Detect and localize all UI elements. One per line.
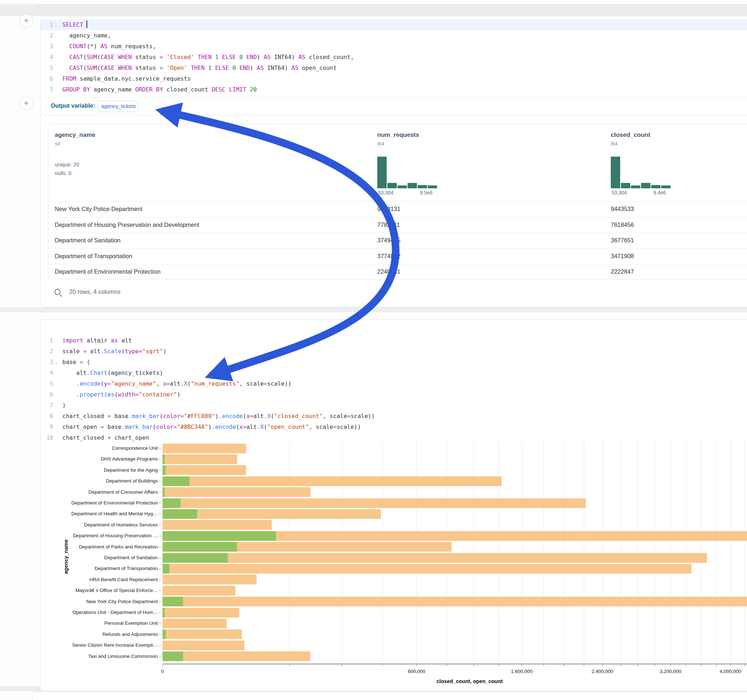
- table-cell: 9453131: [377, 206, 400, 213]
- bar-closed-count[interactable]: [163, 564, 691, 573]
- add-cell-button-top[interactable]: +: [20, 14, 33, 28]
- gridline: [473, 441, 474, 664]
- table-cell: 2240041: [377, 268, 400, 275]
- code-text: chart_open = base.mark_bar(color="#8BC34…: [62, 422, 361, 433]
- bar-closed-count[interactable]: [163, 586, 235, 596]
- code-line[interactable]: 5 .encode(y="agency_name", x=alt.X("num_…: [41, 379, 747, 389]
- bar-open-count[interactable]: [163, 629, 166, 639]
- bar-closed-count[interactable]: [163, 619, 227, 628]
- gridline: [686, 441, 687, 664]
- bar-closed-count[interactable]: [163, 477, 502, 486]
- sql-code-editor[interactable]: 1⌄SELECT 2 agency_name,3 COUNT(*) AS num…: [41, 20, 747, 95]
- histogram-bar: [428, 186, 437, 188]
- code-line[interactable]: 3⌄base = (: [41, 357, 747, 368]
- y-axis-label: Operations Unit - Department of Hom…: [45, 607, 158, 618]
- code-line[interactable]: 4 alt.Chart(agency_tickets): [41, 368, 747, 379]
- y-tick: [159, 481, 161, 481]
- output-variable-bar: Output variable: agency_tickets: [41, 97, 747, 115]
- bar-closed-count[interactable]: [163, 520, 272, 530]
- histogram-bar: [408, 183, 417, 188]
- x-tick: [584, 664, 584, 667]
- line-number: 4: [41, 368, 53, 379]
- next-cell-edge: [32, 691, 747, 700]
- y-axis-label: Department of Parks and Recreation: [45, 542, 158, 552]
- result-table: agency_namestrunique: 20nulls: 0num_requ…: [48, 124, 747, 279]
- bar-open-count[interactable]: [163, 465, 166, 475]
- bar-closed-count[interactable]: [163, 553, 707, 563]
- code-line[interactable]: 6FROM sample_data.nyc.service_requests: [41, 74, 747, 84]
- line-number: 7: [41, 84, 53, 95]
- bar-closed-count[interactable]: [163, 629, 242, 639]
- add-cell-button-output[interactable]: +: [20, 97, 33, 110]
- code-line[interactable]: 8chart_closed = base.mark_bar(color="#FF…: [41, 411, 747, 422]
- code-line[interactable]: 7GROUP BY agency_name ORDER BY closed_co…: [41, 84, 747, 95]
- y-axis-label: Department of Transportation: [45, 563, 158, 574]
- bar-open-count[interactable]: [163, 477, 189, 486]
- bar-open-count[interactable]: [163, 498, 180, 508]
- column-title: closed_count: [611, 131, 650, 139]
- table-row: Department of Transportation377489234719…: [48, 249, 747, 264]
- x-tick: [564, 664, 564, 667]
- bar-closed-count[interactable]: [163, 641, 244, 650]
- bar-closed-count[interactable]: [163, 498, 586, 508]
- code-line[interactable]: 1⌄SELECT: [41, 20, 747, 30]
- bar-open-count[interactable]: [163, 531, 276, 541]
- output-variable-chip[interactable]: agency_tickets: [98, 101, 139, 112]
- code-line[interactable]: 2scale = alt.Scale(type="sqrt"): [41, 346, 747, 357]
- code-line[interactable]: 5 CAST(SUM(CASE WHEN status = 'Open' THE…: [41, 63, 747, 74]
- bar-open-count[interactable]: [163, 509, 197, 519]
- bar-closed-count[interactable]: [163, 454, 237, 464]
- code-text: agency_name,: [62, 30, 111, 41]
- bar-open-count[interactable]: [163, 597, 183, 606]
- column-stat: nulls: 0: [55, 170, 71, 176]
- bar-open-count[interactable]: [163, 553, 228, 563]
- y-axis-label: DHS Advantage Programs: [45, 454, 158, 465]
- code-line[interactable]: 6 .properties(width="container"): [41, 389, 747, 400]
- line-number: 2: [41, 346, 53, 357]
- bar-closed-count[interactable]: [163, 575, 257, 584]
- bar-open-count[interactable]: [163, 454, 165, 464]
- y-axis-label: Personal Exemption Unit: [45, 618, 158, 629]
- fold-chevron-icon[interactable]: ⌄: [55, 357, 57, 368]
- bar-open-count[interactable]: [163, 608, 165, 617]
- bar-open-count[interactable]: [163, 542, 237, 552]
- table-row-count: 20 rows, 4 columns: [69, 288, 120, 295]
- code-line[interactable]: 2 agency_name,: [41, 30, 747, 41]
- table-cell: Department of Housing Preservation and D…: [55, 222, 199, 228]
- text-cursor: [86, 21, 87, 28]
- plot-area: [163, 441, 747, 664]
- search-icon[interactable]: [54, 289, 60, 295]
- y-axis-label: New York City Police Department: [45, 596, 158, 607]
- line-number: 1: [41, 20, 53, 30]
- bar-closed-count[interactable]: [163, 444, 246, 453]
- fold-chevron-icon[interactable]: ⌄: [55, 20, 57, 31]
- bar-closed-count[interactable]: [163, 487, 311, 497]
- line-number: 1: [41, 335, 53, 346]
- bar-closed-count[interactable]: [163, 652, 310, 661]
- column-title: num_requests: [377, 131, 419, 139]
- bar-closed-count[interactable]: [163, 597, 747, 606]
- code-line[interactable]: 1import altair as alt: [41, 335, 747, 346]
- x-tick: [620, 664, 621, 667]
- code-line[interactable]: 3 COUNT(*) AS num_requests,: [41, 41, 747, 52]
- code-text: import altair as alt: [62, 335, 132, 346]
- y-tick: [159, 645, 161, 646]
- bar-open-count[interactable]: [163, 652, 183, 661]
- y-tick: [159, 558, 161, 558]
- python-code-editor[interactable]: 1import altair as alt2scale = alt.Scale(…: [41, 335, 747, 443]
- code-line[interactable]: 9chart_open = base.mark_bar(color="#8BC3…: [41, 422, 747, 433]
- histogram-bar: [398, 186, 407, 188]
- bar-closed-count[interactable]: [163, 465, 246, 475]
- column-histogram: [377, 157, 439, 188]
- y-axis-label: Mayorâ€ s Office of Special Enforce…: [45, 585, 158, 596]
- bar-closed-count[interactable]: [163, 608, 239, 617]
- y-axis-label: Department of Homeless Services: [45, 520, 158, 530]
- histogram-bar: [641, 183, 650, 188]
- code-line[interactable]: 4 CAST(SUM(CASE WHEN status = 'Closed' T…: [41, 52, 747, 63]
- x-tick: [473, 664, 474, 667]
- bar-open-count[interactable]: [163, 487, 165, 497]
- bar-open-count[interactable]: [163, 564, 169, 573]
- x-tick: [602, 664, 603, 667]
- code-line[interactable]: 7): [41, 400, 747, 411]
- y-axis-label: Department of Consumer Affairs: [45, 487, 158, 498]
